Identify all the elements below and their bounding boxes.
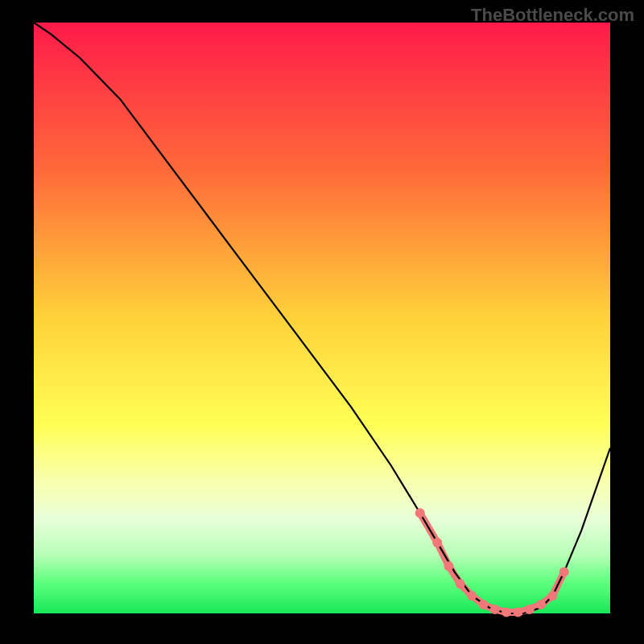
marker-dot [490,605,500,614]
plot-area [34,23,610,613]
marker-dot [479,600,489,609]
marker-dot [559,568,569,577]
marker-dot [444,561,454,571]
marker-segment [420,513,564,612]
bottleneck-curve [34,23,610,613]
marker-dot [456,579,465,588]
marker-dot [513,608,522,617]
marker-dot [415,508,425,518]
marker-dot [467,591,477,601]
marker-dot [525,605,535,614]
marker-dot [502,608,511,617]
marker-dot [547,591,557,601]
curve-layer [34,23,610,613]
marker-dot [432,538,442,547]
marker-dot [536,600,546,609]
watermark-text: TheBottleneck.com [471,5,634,26]
